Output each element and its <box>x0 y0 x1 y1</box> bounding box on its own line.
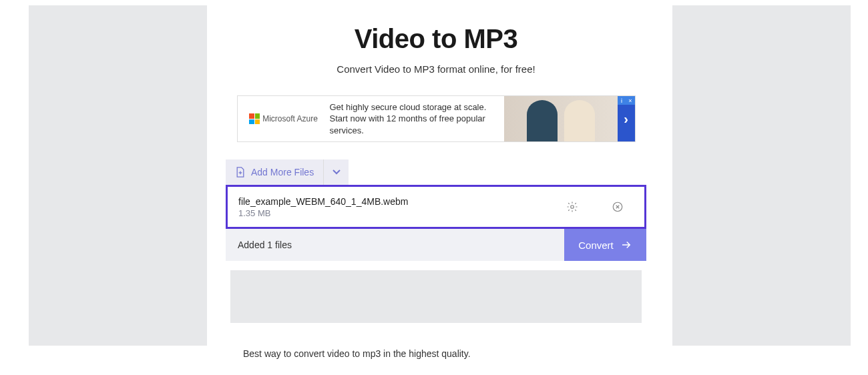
ad-badges: i × <box>618 96 635 105</box>
file-name: file_example_WEBM_640_1_4MB.webm <box>238 196 562 207</box>
status-text: Added 1 files <box>226 229 564 261</box>
file-add-icon <box>235 166 246 178</box>
convert-label: Convert <box>578 240 614 251</box>
microsoft-logo-icon <box>249 113 260 124</box>
ad-banner[interactable]: Microsoft Azure Get highly secure cloud … <box>237 95 636 142</box>
close-circle-icon <box>612 201 624 213</box>
file-settings-button[interactable] <box>562 196 583 218</box>
arrow-right-icon <box>620 239 632 251</box>
page-title: Video to MP3 <box>355 24 517 54</box>
file-info: file_example_WEBM_640_1_4MB.webm 1.35 MB <box>238 196 562 218</box>
converter-box: Add More Files file_example_WEBM_640_1_4… <box>226 159 646 261</box>
chevron-down-icon <box>332 167 341 177</box>
ad-image <box>504 96 618 141</box>
ad-text: Get highly secure cloud storage at scale… <box>330 101 499 137</box>
gear-icon <box>566 201 578 213</box>
add-more-files-label: Add More Files <box>251 167 314 177</box>
convert-button[interactable]: Convert <box>564 229 646 261</box>
mid-ad-placeholder <box>230 270 642 323</box>
file-row: file_example_WEBM_640_1_4MB.webm 1.35 MB <box>226 185 646 229</box>
file-remove-button[interactable] <box>607 196 628 218</box>
file-size: 1.35 MB <box>238 208 562 218</box>
add-more-files-button[interactable]: Add More Files <box>226 159 323 185</box>
info-text: Best way to convert video to mp3 in the … <box>243 348 629 359</box>
add-files-row: Add More Files <box>226 159 646 185</box>
page-subtitle: Convert Video to MP3 format online, for … <box>337 63 535 75</box>
ad-logo-area: Microsoft Azure <box>238 96 324 141</box>
right-sidebar-ad <box>672 5 851 346</box>
footer-row: Added 1 files Convert <box>226 229 646 261</box>
file-actions <box>562 196 628 218</box>
left-sidebar-ad <box>29 5 207 346</box>
add-more-files-dropdown[interactable] <box>323 159 349 185</box>
ad-brand-text: Microsoft Azure <box>262 114 318 123</box>
main-content: Video to MP3 Convert Video to MP3 format… <box>218 5 654 375</box>
page-root: Video to MP3 Convert Video to MP3 format… <box>0 0 868 375</box>
info-card: Best way to convert video to mp3 in the … <box>226 332 646 375</box>
ad-info-icon[interactable]: i <box>618 96 626 105</box>
ad-text-area: Get highly secure cloud storage at scale… <box>324 96 504 141</box>
ad-close-icon[interactable]: × <box>626 96 635 105</box>
svg-point-0 <box>571 206 574 209</box>
